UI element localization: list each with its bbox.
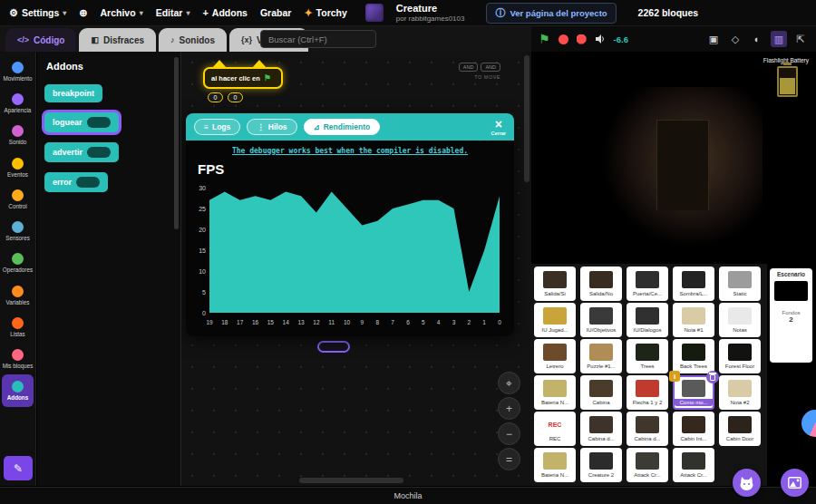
zoom-reset-button[interactable]: =: [498, 448, 520, 470]
category-movimiento[interactable]: Movimiento: [2, 55, 34, 87]
green-flag-icon: ⚑: [264, 73, 271, 82]
sprite-tile[interactable]: Static: [719, 267, 761, 301]
sprite-tile[interactable]: Salida/Si: [534, 267, 576, 301]
view-project-label: Ver página del proyecto: [510, 8, 607, 18]
palette-block-error[interactable]: error: [44, 172, 108, 192]
when-flag-clicked-block[interactable]: al hacer clic en ⚑ 0 0: [203, 67, 283, 102]
sprite-tile[interactable]: Flecha 1 y 2: [627, 375, 668, 410]
palette-block-breakpoint[interactable]: breakpoint: [44, 84, 102, 102]
volume-icon[interactable]: [595, 34, 606, 44]
cat-ear-icon: [212, 60, 227, 68]
addons-menu[interactable]: + Addons: [202, 7, 248, 18]
sprite-tile[interactable]: Attack Cr...: [673, 448, 714, 482]
sprite-tile[interactable]: Letrero: [534, 339, 576, 373]
close-debugger-button[interactable]: × Cerrar: [491, 118, 506, 137]
sprite-thumbnail: [536, 450, 574, 471]
addon-floating-button[interactable]: [801, 410, 816, 437]
locate-button[interactable]: ⌖: [498, 372, 520, 394]
edit-menu[interactable]: Editar ▾: [156, 7, 190, 18]
category-apariencia[interactable]: Apariencia: [2, 87, 34, 119]
sprite-tile[interactable]: IU Jugad...: [534, 303, 576, 337]
category-mis-bloques[interactable]: Mis bloques: [2, 343, 34, 374]
sprite-tile[interactable]: Salida/No: [580, 267, 622, 301]
workspace-horizontal-scrollbar[interactable]: [299, 478, 403, 483]
pause-button[interactable]: [559, 34, 568, 44]
workspace-vertical-scrollbar[interactable]: [524, 55, 529, 182]
sprite-tile[interactable]: Nota #1: [673, 303, 714, 337]
sprite-tile[interactable]: Bateria N...: [534, 375, 576, 410]
sprite-tile[interactable]: RECREC: [534, 412, 576, 446]
addon-corner-button[interactable]: ✎: [4, 456, 33, 480]
palette-scrollbar[interactable]: [174, 57, 179, 229]
sprite-tile[interactable]: Trees: [627, 339, 668, 373]
zoom-in-button[interactable]: +: [498, 397, 520, 420]
sprite-tile[interactable]: IU/Dialogos: [627, 303, 668, 337]
block-input-slot[interactable]: [76, 177, 100, 188]
category-variables[interactable]: Variables: [2, 279, 34, 311]
sprite-tile[interactable]: IU/Objetivos: [580, 303, 622, 337]
sprite-tile[interactable]: Cabin Door: [719, 412, 761, 446]
debugger-tab-logs[interactable]: ≡Logs: [194, 119, 240, 135]
hidden-block-pill[interactable]: [317, 341, 350, 353]
torchy-menu[interactable]: ✦ Torchy: [304, 7, 346, 19]
category-sonido[interactable]: Sonido: [2, 119, 34, 150]
tab-sonidos[interactable]: ♪Sonidos: [159, 28, 227, 52]
tab-código[interactable]: </>Código: [5, 28, 76, 52]
block-input[interactable]: 0: [208, 92, 223, 102]
category-control[interactable]: Control: [2, 183, 34, 215]
sprite-tile[interactable]: Nota #2: [719, 375, 761, 410]
debugger-tab-rendimiento[interactable]: ⊿Rendimiento: [304, 119, 381, 135]
category-listas[interactable]: Listas: [2, 311, 34, 343]
sprite-tile[interactable]: Attack Cr...: [627, 448, 668, 482]
block-input[interactable]: 0: [228, 92, 243, 102]
sprite-tile[interactable]: Cabina d...: [627, 412, 668, 446]
block-input-slot[interactable]: [87, 147, 111, 158]
palette-block-loguear[interactable]: loguear: [44, 112, 119, 132]
view-project-page-button[interactable]: ⓘ Ver página del proyecto: [486, 3, 616, 24]
small-stage-toggle-icon[interactable]: ▥: [771, 31, 787, 47]
record-menu[interactable]: Grabar: [260, 7, 291, 18]
palette-block-advertir[interactable]: advertir: [44, 142, 119, 162]
backpack-bar[interactable]: Mochila: [0, 487, 816, 504]
sprite-tile[interactable]: Creature 2: [580, 448, 622, 482]
sprite-tile[interactable]: Forest Floor: [719, 339, 761, 373]
sprite-name: Notas: [721, 326, 759, 334]
block-input-slot[interactable]: [87, 117, 111, 128]
sprite-tile[interactable]: Sombra/L...: [673, 267, 714, 301]
sprite-tile[interactable]: Back Trees: [673, 339, 714, 373]
stop-icon[interactable]: [577, 34, 587, 44]
green-flag-icon[interactable]: ⚑: [539, 33, 550, 45]
language-menu[interactable]: ⊕: [79, 7, 87, 19]
add-sprite-button[interactable]: [733, 469, 761, 497]
file-menu[interactable]: Archivo ▾: [101, 7, 143, 18]
category-sensores[interactable]: Sensores: [2, 215, 34, 247]
category-eventos[interactable]: Eventos: [2, 151, 34, 183]
block-search-input[interactable]: [260, 30, 376, 48]
fullscreen-icon[interactable]: ⇱: [792, 31, 809, 47]
sprite-tile[interactable]: Bateria N...: [534, 448, 576, 482]
dark-mode-icon[interactable]: ◐: [749, 31, 765, 47]
sprite-tile[interactable]: Como mo...i: [673, 375, 714, 410]
sprite-tile[interactable]: Notas: [719, 303, 761, 337]
code-workspace[interactable]: al hacer clic en ⚑ 0 0 AND AND TO MOVE ≡…: [181, 52, 531, 486]
sprite-tile[interactable]: Cabin Int...: [673, 412, 714, 446]
stage-selector-card[interactable]: Escenario Fondos 2: [770, 268, 812, 363]
chevron-down-icon: ▾: [63, 9, 66, 17]
settings-menu[interactable]: ⚙ Settings ▾: [9, 7, 66, 19]
sprite-info-badge[interactable]: i: [669, 371, 680, 382]
sprite-tile[interactable]: Puerta/Ce...: [627, 267, 668, 301]
category-addons[interactable]: Addons: [2, 374, 34, 406]
zoom-out-button[interactable]: −: [498, 422, 520, 445]
sprite-tile[interactable]: Puzzle #1...: [580, 339, 622, 373]
debugger-tab-hilos[interactable]: ⋮Hilos: [247, 119, 296, 135]
category-operadores[interactable]: Operadores: [2, 247, 34, 278]
clone-counter-icon[interactable]: ◇: [727, 31, 743, 47]
stage-viewport[interactable]: Flashlight Battery: [531, 53, 816, 263]
tab-disfraces[interactable]: ◧Disfraces: [79, 28, 156, 52]
screenshot-icon[interactable]: ▣: [705, 31, 722, 47]
sprite-tile[interactable]: Cabina: [580, 375, 622, 410]
add-backdrop-button[interactable]: [781, 469, 809, 497]
compiler-notice-link[interactable]: The debugger works best when the compile…: [186, 147, 514, 155]
sprite-tile[interactable]: Cabina d...: [580, 412, 622, 446]
delete-sprite-button[interactable]: [706, 371, 719, 383]
